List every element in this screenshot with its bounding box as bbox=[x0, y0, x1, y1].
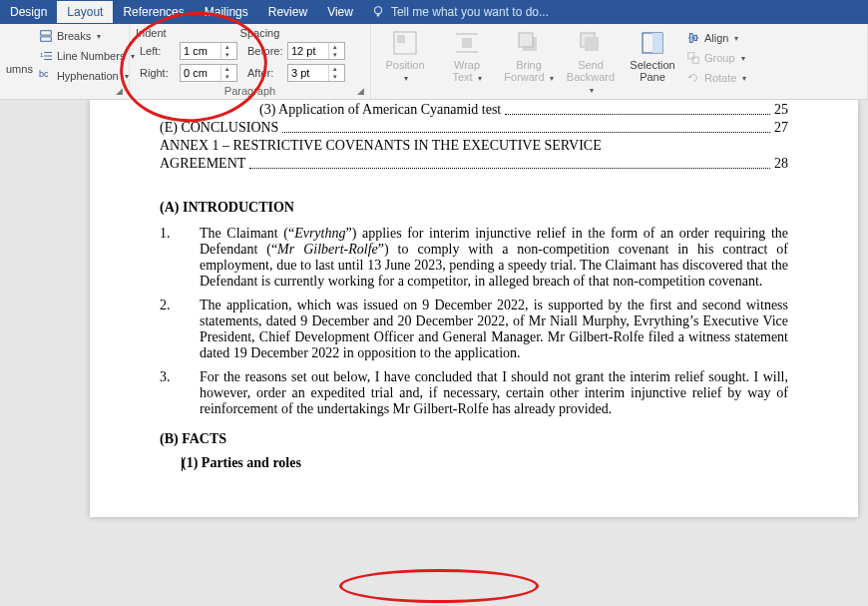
spin-down-icon[interactable]: ▾ bbox=[329, 51, 340, 59]
para-text: The Claimant (“Evrythng”) applies for in… bbox=[200, 226, 788, 290]
columns-partial-label: umns bbox=[6, 63, 33, 75]
indent-right-label: Right: bbox=[140, 67, 176, 79]
annex-line1: ANNEX 1 – RESTRICTIVE COVENANTS IN THE E… bbox=[160, 138, 788, 154]
numbered-paragraph: 1.The Claimant (“Evrythng”) applies for … bbox=[160, 226, 788, 290]
spacing-after-value[interactable] bbox=[288, 67, 328, 79]
spacing-before-value[interactable] bbox=[288, 45, 328, 57]
group-paragraph: Indent Spacing Left: ▴▾ Right: bbox=[130, 24, 371, 99]
breaks-icon bbox=[39, 29, 53, 43]
toc-text: (3) Application of American Cyanamid tes… bbox=[259, 102, 501, 118]
selection-pane-button[interactable]: SelectionPane bbox=[625, 27, 680, 85]
toc-text: (E) CONCLUSIONS bbox=[160, 120, 278, 136]
position-icon bbox=[391, 29, 419, 57]
para-number: 2. bbox=[160, 298, 200, 361]
fw-l2: Forward bbox=[504, 71, 544, 83]
tab-review[interactable]: Review bbox=[258, 1, 317, 23]
svg-marker-38 bbox=[688, 75, 692, 78]
indent-title: Indent bbox=[136, 27, 167, 39]
tab-layout[interactable]: Layout bbox=[57, 1, 113, 23]
bulb-icon bbox=[371, 5, 385, 19]
svg-rect-35 bbox=[694, 35, 697, 40]
align-icon bbox=[686, 31, 700, 45]
indent-right-input[interactable]: ▴▾ bbox=[180, 64, 237, 82]
svg-rect-24 bbox=[462, 38, 472, 48]
hyphenation-button[interactable]: bc Hyphenation ▾ bbox=[39, 67, 135, 85]
fw-l1: Bring bbox=[516, 59, 542, 71]
svg-rect-1 bbox=[377, 14, 380, 17]
toc-leader bbox=[249, 156, 770, 169]
annex-line2: AGREEMENT bbox=[160, 156, 245, 172]
indent-left-label: Left: bbox=[140, 45, 176, 57]
indent-left-input[interactable]: ▴▾ bbox=[180, 42, 237, 60]
spacing-before-input[interactable]: ▴▾ bbox=[287, 42, 345, 60]
svg-rect-2 bbox=[41, 31, 52, 35]
svg-rect-32 bbox=[652, 33, 662, 53]
spin-up-icon[interactable]: ▴ bbox=[329, 43, 340, 51]
group-arrange: Position▾ WrapText ▾ BringForward ▾ Send… bbox=[371, 24, 868, 99]
indent-right-value[interactable] bbox=[181, 67, 220, 79]
para-number: 3. bbox=[160, 369, 200, 417]
chevron-down-icon: ▾ bbox=[741, 54, 745, 63]
toc-page: 27 bbox=[774, 120, 788, 136]
spin-up-icon[interactable]: ▴ bbox=[329, 65, 340, 73]
toc-leader bbox=[282, 120, 770, 133]
spacing-before-label: Before: bbox=[247, 45, 283, 57]
wrap-text-icon bbox=[453, 29, 481, 57]
numbered-paragraph: 2.The application, which was issued on 9… bbox=[160, 298, 788, 361]
chevron-down-icon: ▾ bbox=[125, 72, 129, 81]
rotate-button[interactable]: Rotate ▾ bbox=[686, 69, 746, 87]
svg-rect-23 bbox=[397, 35, 405, 43]
numbered-paragraph: 3.For the reasons set out below, I have … bbox=[160, 369, 788, 417]
tab-references[interactable]: References bbox=[113, 1, 194, 23]
selection-pane-icon bbox=[639, 29, 666, 57]
hyphenation-icon: bc bbox=[39, 69, 53, 83]
spin-down-icon[interactable]: ▾ bbox=[221, 73, 232, 81]
tab-mailings[interactable]: Mailings bbox=[195, 1, 258, 23]
wrap-text-button[interactable]: WrapText ▾ bbox=[439, 27, 495, 87]
svg-point-0 bbox=[374, 7, 381, 14]
spin-up-icon[interactable]: ▴ bbox=[221, 65, 232, 73]
spacing-after-input[interactable]: ▴▾ bbox=[287, 64, 345, 82]
bw-l1: Send bbox=[578, 59, 604, 71]
heading-facts: (B) FACTS bbox=[160, 431, 788, 447]
spin-down-icon[interactable]: ▾ bbox=[329, 73, 340, 81]
rotate-icon bbox=[686, 71, 700, 85]
spin-up-icon[interactable]: ▴ bbox=[221, 43, 232, 51]
tab-view[interactable]: View bbox=[317, 1, 363, 23]
bring-forward-button[interactable]: BringForward ▾ bbox=[501, 27, 557, 87]
svg-rect-36 bbox=[688, 53, 694, 59]
group-page-setup-partial: umns Breaks ▾ 1 Line Numbers ▾ bbox=[0, 24, 130, 99]
document-page[interactable]: (3) Application of American Cyanamid tes… bbox=[90, 100, 858, 517]
bring-forward-icon bbox=[515, 29, 543, 57]
rotate-label: Rotate bbox=[704, 72, 736, 84]
heading-introduction: (A) INTRODUCTION bbox=[160, 200, 788, 216]
tell-me[interactable]: Tell me what you want to do... bbox=[371, 5, 549, 19]
indent-left-value[interactable] bbox=[181, 45, 220, 57]
send-backward-button[interactable]: SendBackward ▾ bbox=[563, 27, 619, 99]
wrap-l2: Text bbox=[452, 71, 472, 83]
bw-l2: Backward bbox=[567, 71, 615, 83]
spacing-title: Spacing bbox=[240, 27, 280, 39]
group-obj-label: Group bbox=[704, 52, 735, 64]
line-numbers-button[interactable]: 1 Line Numbers ▾ bbox=[39, 47, 135, 65]
spacing-after-label: After: bbox=[247, 67, 283, 79]
position-button[interactable]: Position▾ bbox=[377, 27, 433, 87]
group-icon bbox=[686, 51, 700, 65]
line-numbers-label: Line Numbers bbox=[57, 50, 125, 62]
subheading-parties: (1) Parties and roles bbox=[182, 455, 788, 471]
line-numbers-icon: 1 bbox=[39, 49, 53, 63]
svg-rect-3 bbox=[41, 37, 52, 41]
group-button[interactable]: Group ▾ bbox=[686, 49, 746, 67]
sp-l1: Selection bbox=[630, 59, 674, 71]
dialog-launcher-icon[interactable]: ◢ bbox=[357, 86, 367, 96]
spin-down-icon[interactable]: ▾ bbox=[221, 51, 232, 59]
tell-me-label: Tell me what you want to do... bbox=[391, 5, 549, 19]
breaks-button[interactable]: Breaks ▾ bbox=[39, 27, 135, 45]
sp-l2: Pane bbox=[640, 71, 665, 83]
align-button[interactable]: Align ▾ bbox=[686, 29, 746, 47]
tab-design[interactable]: Design bbox=[0, 1, 57, 23]
para-number: 1. bbox=[160, 226, 200, 290]
document-area[interactable]: (3) Application of American Cyanamid tes… bbox=[0, 100, 868, 606]
svg-text:1: 1 bbox=[40, 51, 44, 58]
dialog-launcher-icon[interactable]: ◢ bbox=[116, 86, 126, 96]
